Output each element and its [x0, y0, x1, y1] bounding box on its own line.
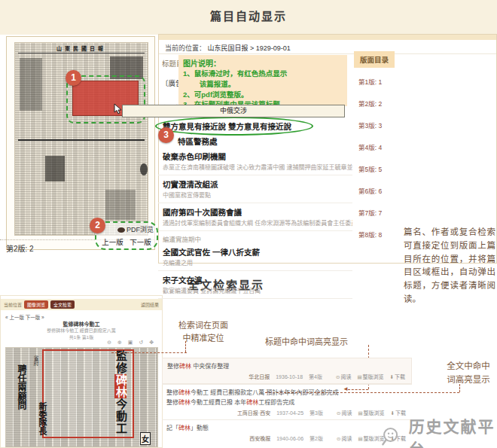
result-title-line[interactable]: 記「碑林」動態 [162, 422, 412, 432]
breadcrumb-separator [159, 53, 496, 54]
article-item: 編遣實施期中全國文武官佐 一律八折支薪充編遣之用 [158, 231, 352, 271]
highlighted-keyword: 碑林 [178, 425, 191, 431]
article-title-link[interactable]: 宋子文在滬 [158, 271, 352, 286]
explanatory-note: 篇名、作者或复合检索可直接定位到版面上篇目所在的位置，并将篇目区域框出，自动弹出… [404, 226, 495, 306]
result-page: 第3版 [309, 410, 323, 416]
result-meta: 西安晚报1940-06-06第2版⊙阅读▤整版浏览⬇下载 [162, 432, 412, 443]
fulltext-search-button[interactable]: 全文检索 [50, 300, 75, 309]
newsprint-texture [20, 58, 42, 111]
result-date: 1937-04-25 [276, 410, 303, 416]
result-source: 西安晚报 [249, 436, 270, 441]
article-title-link[interactable]: 切實澄清改組派 [158, 175, 352, 190]
newsprint-texture [140, 163, 148, 175]
pdf-view-link[interactable]: PDF浏览 [127, 226, 154, 233]
article-subtitle: 歡宴編遣委員 並討論充編遣千五百萬 [158, 286, 352, 298]
newspaper-scan-fulltext[interactable]: 監修碑林今動工 省府 聘任兩顧問 新委隊長 女 [5, 347, 158, 447]
page-catalog-item[interactable]: 第5版: 5 [354, 157, 401, 178]
article-title-link[interactable]: 全國文武官佐 一律八折支薪 [158, 243, 352, 258]
result-page: 第2版 [309, 436, 323, 441]
connector-line [459, 384, 460, 392]
result-date: 1940-06-06 [276, 436, 303, 441]
annotation-precise-locate: 检索词在页面 中精准定位 [167, 319, 239, 345]
result-text: 中央保存整理 [191, 363, 229, 370]
action-label: 下载 [395, 374, 405, 379]
page-catalog-item[interactable]: 第4版: 4 [354, 135, 401, 157]
download-icon: ⬇ [390, 374, 394, 379]
page-catalog-item[interactable]: 第8版: 8 [354, 222, 401, 244]
toolbar-right-label[interactable]: 返回结果 [141, 301, 159, 308]
action-label: 阅读 [340, 374, 351, 379]
article-item: 雙方意見有接近說 雙方意見有接近說 [158, 117, 352, 133]
headline2-prefix: 省府 [32, 355, 39, 366]
action-label: 整版浏览 [363, 374, 384, 379]
result-action-read[interactable]: ⊙阅读 [336, 374, 351, 379]
article-item: 國府第四十次國務會議通過討伐軍案編制委員會組織大綱 任命宋淵源等為該編制委員會主… [158, 203, 352, 231]
page-catalog-item[interactable]: 第3版: 3 [354, 113, 401, 135]
article-item: 切實澄清改組派中國黨務宣傳要點 [158, 175, 352, 203]
result-meta: 华北日报1936-10-18第4版⊙阅读▤整版浏览⬇下载 [163, 370, 411, 382]
highlighted-keyword: 碑林 [178, 389, 191, 396]
page-catalog-item[interactable]: 第2版: 2 [354, 91, 401, 113]
headline3-vertical: 新委隊長 [36, 402, 48, 435]
article-title-link[interactable]: 特區警務處 [158, 133, 352, 148]
notes-line: 2、可pdf浏览整版。 [183, 90, 343, 100]
article-subtitle: 中國黨務宣傳要點 [158, 190, 352, 203]
read-icon: ⊙ [337, 436, 340, 441]
newspaper-scan-image[interactable]: 山東民國日報 [14, 42, 148, 236]
article-item: 破棄赤色印刷機關赤黨正在濟南積極圖謀破壞 決心致力肅清中國 逮捕關押曲家延王毓章… [158, 148, 352, 175]
notes-line: 1、鼠标滑过时，有红色热点显示 [183, 69, 343, 79]
page-catalog-list: 第1版: 1第2版: 2第3版: 3第4版: 4第5版: 5第6版: 6第7版:… [354, 69, 401, 244]
newspaper-thumbnail-panel: 山東民國日報 1 2 [6, 36, 155, 250]
article-title-link[interactable]: 破棄赤色印刷機關 [158, 148, 352, 163]
notes-title: 图片说明： [183, 57, 343, 69]
hover-tooltip: 中俄交涉 [122, 105, 345, 117]
result-text: 工程即告完成 [258, 399, 294, 406]
section-title-top: 篇目自动显示 [0, 8, 497, 23]
article-pretitle: 編遣實施期中 [158, 231, 352, 243]
image-browse-button[interactable]: 图像浏览 [24, 300, 48, 309]
panel-header-strip [159, 35, 496, 40]
article-title-link[interactable]: 雙方意見有接近說 雙方意見有接近說 [158, 117, 352, 133]
breadcrumb-label: 当前的位置： [165, 44, 206, 52]
action-label: 阅读 [341, 410, 352, 416]
next-page-link[interactable]: 下一版 [130, 238, 151, 246]
result-title-line[interactable]: 整修碑林今動工經費已撥 本年碑林工程即告完成 [162, 397, 412, 407]
result-action-download[interactable]: ⬇下载 [390, 374, 405, 379]
result-text: 整修 [166, 399, 178, 406]
masthead-rule [18, 53, 145, 53]
fullpage-icon: ▤ [358, 410, 362, 416]
result-title-line[interactable]: 整修碑林今動工 經費已劃撥款定八萬 預計本年年內即可全部完成 [162, 387, 412, 397]
result-action-read[interactable]: ⊙阅读 [337, 410, 352, 416]
headline4-boxed: 女 [140, 432, 151, 445]
result-text: 整修 [167, 363, 179, 370]
page-catalog-item[interactable]: 第6版: 6 [354, 178, 401, 200]
newsprint-texture [105, 190, 136, 220]
article-title-link[interactable]: 國府第四十次國務會議 [158, 203, 352, 218]
newsprint-texture [45, 156, 65, 181]
fulltext-viewer-panel: 当前位置 图像浏览 全文检索 返回结果 « 上一版 下一版 » 監修碑林今動工 … [0, 295, 163, 448]
newspaper-masthead: 山東民國日報 [15, 44, 148, 52]
newsprint-rule [18, 139, 145, 141]
result-action-fullpage[interactable]: ▤整版浏览 [357, 374, 383, 379]
article-item: 宋子文在滬歡宴編遣委員 並討論充編遣千五百萬 [158, 271, 352, 299]
fullpage-icon: ▤ [358, 436, 362, 441]
result-source: 华北日报 [248, 374, 270, 379]
highlighted-keyword: 碑林 [114, 374, 127, 398]
search-result-row: 整修碑林今動工 經費已劃撥款定八萬 預計本年年內即可全部完成整修碑林今動工經費已… [162, 384, 412, 419]
breadcrumb-path[interactable]: 山东民国日报 > 1929-09-01 [208, 44, 291, 52]
result-text: 記「 [166, 425, 178, 431]
result-title-line[interactable]: 整修碑林 中央保存整理 [163, 361, 411, 370]
annotation-title-highlight: 标题中命中词高亮显示 [265, 336, 348, 349]
result-meta: 工商日报·西安1937-04-25第3版⊙阅读▤整版浏览⬇下载 [162, 407, 412, 418]
page: 篇目自动显示 山東民國日報 1 2 第2版: 2 PDF浏览 上一版 下一版 [0, 0, 497, 448]
article-title-list: 雙方意見有接近說 雙方意見有接近說特區警務處破棄赤色印刷機關赤黨正在濟南積極圖謀… [158, 117, 352, 299]
page-catalog-item[interactable]: 第1版: 1 [354, 69, 401, 91]
notes-line: 该篇报道。 [183, 79, 343, 90]
viewer-zoom-tools[interactable]: ⊖ ⊕ ▣ ↺ ✥ [107, 340, 156, 346]
result-action-read[interactable]: ⊙阅读 [337, 436, 352, 441]
article-subtitle: 充編遣之用 [158, 258, 352, 270]
platform-logo: 历史文献平台 [380, 414, 497, 448]
image-notes-box: 图片说明： 1、鼠标滑过时，有红色热点显示 该篇报道。2、可pdf浏览整版。3、… [178, 55, 347, 106]
page-catalog-item[interactable]: 第7版: 7 [354, 200, 401, 222]
prev-page-link[interactable]: 上一版 [102, 238, 123, 246]
